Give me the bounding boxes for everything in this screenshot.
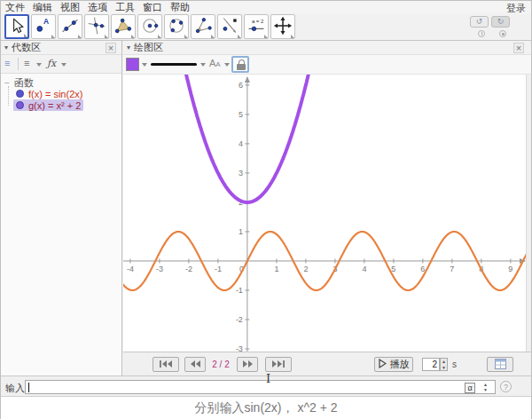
info-small-icon[interactable] (478, 30, 485, 37)
y-tick-label: 5 (239, 110, 243, 119)
virtual-keyboard-alpha-button[interactable]: α (465, 383, 475, 393)
menu-view[interactable]: 视图 (60, 1, 80, 14)
algebra-header[interactable]: ▾ 代数区 × (1, 41, 121, 55)
algebra-item-g[interactable]: g(x) = x² + 2 (13, 99, 83, 111)
point-tool-button[interactable]: A (31, 14, 56, 39)
move-tool-button[interactable] (4, 14, 29, 39)
speed-unit-label: s (452, 360, 457, 369)
algebra-stylebar: ≡ ≡ ƒx (1, 55, 121, 74)
move-graphics-tool-button[interactable] (270, 14, 295, 39)
construction-navigation-bar: 2 / 2 播放 2 ▲▼ s (123, 352, 531, 376)
menu-window[interactable]: 窗口 (143, 1, 162, 14)
spin-down-icon[interactable]: ▼ (442, 365, 446, 370)
conic-tool-button[interactable] (164, 14, 189, 39)
redo-button[interactable]: ↻ (491, 16, 510, 28)
play-icon (379, 359, 387, 370)
y-tick-label: -1 (236, 286, 243, 295)
spin-up-icon[interactable]: ▲ (442, 359, 446, 364)
polygon-tool-button[interactable] (111, 14, 136, 39)
skip-to-end-button[interactable] (265, 357, 292, 372)
perpendicular-line-tool-button[interactable] (84, 14, 109, 39)
play-label: 播放 (390, 358, 410, 371)
x-tick-label: 1 (274, 265, 278, 273)
redo-icon: ↻ (497, 17, 505, 26)
sort-dropdown-icon[interactable] (36, 63, 42, 67)
slider-tool-button[interactable]: a = 2 (244, 14, 269, 39)
line-style-preview[interactable] (151, 63, 197, 66)
perpendicular-line-icon (87, 16, 106, 37)
object-label-f: f(x) = sin(2x) (28, 89, 82, 99)
object-visibility-dot-g[interactable] (16, 101, 24, 109)
graphics-view-panel: ▾ 绘图区 × AA -4-3-2-10123456789-3-2-112345… (123, 41, 531, 376)
skip-to-start-button[interactable] (153, 357, 179, 372)
line-tool-button[interactable] (58, 14, 82, 39)
x-tick-label: 4 (362, 265, 366, 273)
menu-edit[interactable]: 编辑 (33, 1, 52, 14)
play-speed-input[interactable]: 2 (422, 358, 440, 371)
function-style-dropdown-icon[interactable] (61, 63, 66, 67)
step-forward-button[interactable] (237, 357, 258, 372)
undo-button[interactable]: ↺ (470, 16, 489, 28)
app-window: 文件 编辑 视图 选项 工具 窗口 帮助 登录 A (0, 0, 532, 419)
plot-area[interactable]: -4-3-2-10123456789-3-2-1123456 (123, 75, 528, 352)
input-history-spinner[interactable]: ▲▼ (483, 382, 488, 392)
caption-text: 分别输入sin(2x)， x^2 + 2 (195, 400, 338, 416)
text-size-dropdown-icon[interactable] (224, 63, 230, 67)
history-down-icon[interactable]: ▼ (483, 387, 488, 392)
circle-tool-button[interactable] (137, 14, 162, 39)
algebra-close-icon[interactable]: × (106, 43, 116, 53)
sort-objects-icon[interactable]: ≡ (24, 58, 29, 68)
color-swatch[interactable] (126, 58, 139, 71)
input-help-icon[interactable]: ? (500, 381, 512, 392)
polygon-icon (113, 16, 133, 37)
text-size-control[interactable]: AA (209, 58, 221, 68)
construction-protocol-icon (495, 359, 506, 371)
command-input-field[interactable]: α ▲▼ (25, 380, 496, 394)
step-back-button[interactable] (184, 357, 206, 372)
color-dropdown-icon[interactable] (142, 63, 147, 67)
x-tick-label: -1 (215, 265, 222, 273)
lock-view-button[interactable] (231, 56, 249, 73)
angle-tool-button[interactable] (191, 14, 215, 39)
play-button[interactable]: 播放 (374, 357, 413, 372)
panel-collapse-icon[interactable]: ▾ (4, 43, 8, 51)
graphics-close-icon[interactable]: × (513, 43, 524, 53)
toolbar: A (1, 13, 531, 41)
skip-end-icon (271, 360, 286, 370)
angle-icon (193, 16, 213, 37)
menu-bar: 文件 编辑 视图 选项 工具 窗口 帮助 登录 (1, 1, 531, 13)
options-small-icon[interactable] (499, 30, 506, 37)
plot-right-gutter (526, 75, 531, 352)
y-axis-arrow (245, 76, 250, 83)
object-visibility-dot-f[interactable] (16, 90, 24, 98)
line-style-dropdown-icon[interactable] (200, 63, 206, 67)
menu-tools[interactable]: 工具 (115, 1, 135, 14)
menu-help[interactable]: 帮助 (170, 1, 190, 14)
svg-text:a = 2: a = 2 (252, 19, 263, 24)
graphics-header[interactable]: ▾ 绘图区 × (123, 41, 531, 55)
menu-file[interactable]: 文件 (5, 1, 25, 14)
algebra-title: 代数区 (12, 41, 41, 54)
construction-protocol-button[interactable] (487, 357, 513, 372)
y-tick-label: 3 (239, 169, 243, 178)
move-graphics-view-icon (273, 16, 293, 37)
algebra-item-f[interactable]: f(x) = sin(2x) (13, 88, 85, 99)
line-through-points-icon (60, 16, 80, 37)
y-tick-label: 1 (239, 227, 243, 236)
auxiliary-objects-icon[interactable]: ≡ (4, 58, 10, 68)
object-label-g: g(x) = x² + 2 (28, 100, 81, 111)
undo-icon: ↺ (476, 17, 483, 26)
x-tick-label: -4 (127, 265, 134, 273)
function-style-icon[interactable]: ƒx (47, 58, 56, 69)
plot-canvas[interactable]: -4-3-2-10123456789-3-2-1123456 (123, 75, 528, 352)
step-forward-icon (242, 360, 254, 370)
speed-spinner[interactable]: ▲▼ (440, 358, 448, 371)
new-point-icon: A (34, 16, 53, 37)
menu-options[interactable]: 选项 (88, 1, 107, 14)
panel-collapse-icon[interactable]: ▾ (127, 43, 130, 51)
text-caret (28, 383, 29, 392)
reflect-tool-button[interactable] (217, 14, 242, 39)
x-tick-label: -2 (185, 265, 192, 273)
y-tick-label: 4 (239, 139, 243, 148)
algebra-view-panel: ▾ 代数区 × ≡ ≡ ƒx − 函数 f(x) = sin(2x) g( (1, 41, 122, 376)
